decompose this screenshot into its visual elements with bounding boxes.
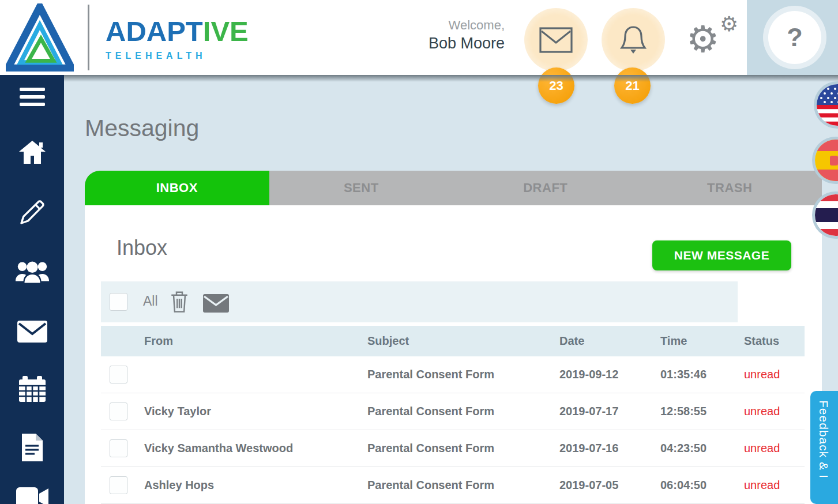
row-checkbox[interactable] (110, 476, 127, 494)
table-header-row: From Subject Date Time Status (101, 326, 805, 356)
inbox-card: Inbox NEW MESSAGE All From Subject Date … (85, 205, 822, 504)
status-cell: unread (744, 479, 780, 492)
subject-cell: Parental Consent Form (367, 405, 494, 418)
language-flag-usa[interactable] (817, 84, 838, 126)
brand-logo-icon (6, 3, 74, 72)
app-window: ADAPTIVE TELEHEALTH Welcome, Bob Moore 2… (0, 0, 838, 504)
envelope-filled-icon (17, 321, 47, 343)
brand-wordmark: ADAPTIVE TELEHEALTH (106, 17, 249, 61)
status-cell: unread (744, 405, 780, 418)
home-icon (18, 140, 47, 165)
users-icon (14, 259, 50, 285)
date-cell: 2019-07-16 (559, 442, 618, 455)
delete-icon[interactable] (171, 291, 188, 313)
welcome-label: Welcome, (392, 18, 505, 33)
document-icon (21, 434, 44, 461)
table-row[interactable]: Parental Consent Form2019-09-1201:35:46u… (101, 356, 805, 393)
table-row[interactable]: Ashley HopsParental Consent Form2019-07-… (101, 467, 805, 504)
date-cell: 2019-07-05 (559, 479, 618, 492)
time-cell: 04:23:50 (660, 442, 707, 455)
envelope-icon (539, 27, 573, 53)
from-cell: Ashley Hops (144, 479, 214, 492)
user-name: Bob Moore (392, 35, 505, 52)
tab-draft[interactable]: DRAFT (453, 171, 638, 205)
row-checkbox[interactable] (110, 366, 127, 383)
table-row[interactable]: Vicky TaylorParental Consent Form2019-07… (101, 393, 805, 430)
sidebar-item-calendar[interactable] (0, 376, 64, 403)
welcome-block: Welcome, Bob Moore (392, 18, 505, 52)
subject-cell: Parental Consent Form (367, 479, 494, 492)
table-row[interactable]: Vicky Samantha WestwoodParental Consent … (101, 430, 805, 467)
sidebar-item-users[interactable] (0, 259, 64, 285)
sidebar-item-messages[interactable] (0, 321, 64, 343)
date-cell: 2019-09-12 (559, 368, 618, 381)
date-cell: 2019-07-17 (559, 405, 618, 418)
new-message-button[interactable]: NEW MESSAGE (652, 240, 791, 270)
bell-icon (620, 25, 647, 55)
select-all-label: All (143, 294, 158, 309)
notifications-button[interactable] (602, 8, 665, 72)
messages-button[interactable] (524, 8, 588, 72)
pencil-icon (17, 197, 47, 227)
status-cell: unread (744, 368, 780, 381)
usa-flag-icon (817, 84, 838, 126)
feedback-tab-label: Feedback & I (817, 400, 831, 479)
sidebar-item-home[interactable] (0, 140, 64, 165)
column-header-time[interactable]: Time (660, 334, 687, 348)
brand-tagline: TELEHEALTH (106, 51, 249, 61)
tab-sent[interactable]: SENT (269, 171, 454, 205)
column-header-from[interactable]: From (144, 334, 173, 348)
sidebar-item-edit[interactable] (0, 197, 64, 227)
hamburger-icon (20, 88, 45, 91)
header-shadow (64, 75, 838, 82)
column-header-status[interactable]: Status (744, 334, 779, 348)
help-panel: ? (747, 0, 838, 75)
calendar-icon (18, 376, 46, 403)
feedback-tab[interactable]: Feedback & I (810, 391, 838, 504)
status-cell: unread (744, 442, 780, 455)
row-checkbox[interactable] (110, 403, 127, 420)
logo-divider (88, 5, 89, 70)
table-body: Parental Consent Form2019-09-1201:35:46u… (101, 356, 805, 504)
notifications-count-badge[interactable]: 21 (614, 67, 651, 104)
from-cell: Vicky Taylor (144, 405, 211, 418)
tab-bar: INBOXSENTDRAFTTRASH (85, 171, 822, 205)
sidebar-item-documents[interactable] (0, 434, 64, 461)
row-checkbox[interactable] (110, 439, 127, 457)
from-cell: Vicky Samantha Westwood (144, 442, 293, 455)
help-button[interactable]: ? (768, 11, 821, 64)
tab-trash[interactable]: TRASH (638, 171, 822, 205)
inbox-toolbar: All (101, 281, 738, 322)
settings-button[interactable]: ⚙ ⚙ (686, 13, 741, 67)
brand-name-accent: IVE (203, 16, 249, 47)
subject-cell: Parental Consent Form (367, 368, 494, 381)
column-header-date[interactable]: Date (559, 334, 584, 348)
time-cell: 06:04:50 (660, 479, 707, 492)
mark-read-icon[interactable] (203, 294, 229, 313)
select-all-checkbox[interactable] (110, 293, 127, 311)
sidebar-nav (0, 75, 64, 504)
page-title: Messaging (85, 115, 199, 142)
time-cell: 12:58:55 (660, 405, 707, 418)
sidebar-item-video[interactable] (0, 487, 64, 504)
gear-small-icon: ⚙ (720, 14, 738, 35)
time-cell: 01:35:46 (660, 368, 707, 381)
app-header: ADAPTIVE TELEHEALTH Welcome, Bob Moore 2… (0, 0, 838, 75)
gear-icon: ⚙ (686, 21, 719, 58)
messages-count-badge[interactable]: 23 (538, 67, 574, 104)
brand-name-primary: ADAPT (106, 16, 203, 47)
inbox-heading: Inbox (117, 236, 167, 260)
column-header-subject[interactable]: Subject (367, 334, 409, 348)
sidebar-item-menu[interactable] (0, 85, 64, 108)
subject-cell: Parental Consent Form (367, 442, 494, 455)
video-camera-icon (16, 487, 48, 504)
tab-inbox[interactable]: INBOX (85, 171, 269, 205)
